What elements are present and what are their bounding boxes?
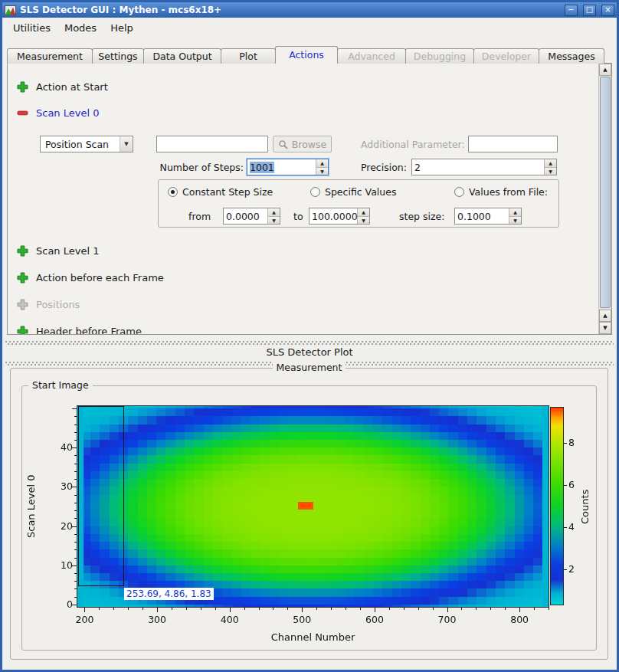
tab-settings[interactable]: Settings xyxy=(92,48,144,64)
maximize-button[interactable]: □ xyxy=(583,5,596,16)
browse-button: Browse xyxy=(273,136,332,152)
plus-icon[interactable] xyxy=(17,81,28,93)
plus-icon-disabled xyxy=(17,299,28,310)
minus-icon[interactable] xyxy=(17,107,28,119)
scroll-up-icon[interactable]: ▲ xyxy=(599,64,611,76)
colorbar-title: Counts xyxy=(579,406,591,607)
precision-spinbox[interactable]: 2 ▲ ▼ xyxy=(411,159,557,175)
plus-icon[interactable] xyxy=(17,326,28,336)
app-window: SLS Detector GUI : Mythen - mcs6x18+ − □… xyxy=(0,0,619,672)
vertical-scrollbar[interactable]: ▲ ▲ ▼ xyxy=(598,64,611,334)
radio-constant-step-size[interactable]: Constant Step Size xyxy=(168,186,273,198)
positions-row: Positions xyxy=(17,298,80,310)
browse-label: Browse xyxy=(292,139,327,150)
menu-modes[interactable]: Modes xyxy=(57,19,103,37)
titlebar[interactable]: SLS Detector GUI : Mythen - mcs6x18+ − □… xyxy=(2,2,617,18)
step-size-value: 0.1000 xyxy=(457,211,491,222)
app-window-body: SLS Detector GUI : Mythen - mcs6x18+ − □… xyxy=(2,2,617,670)
spin-up-icon[interactable]: ▲ xyxy=(545,159,556,167)
spin-up-icon[interactable]: ▲ xyxy=(509,208,521,216)
spin-down-icon[interactable]: ▼ xyxy=(316,167,328,175)
positions-label: Positions xyxy=(36,299,80,310)
spin-down-icon[interactable]: ▼ xyxy=(509,216,521,225)
from-label: from xyxy=(188,211,211,222)
number-of-steps-value: 1001 xyxy=(250,162,274,173)
tab-messages[interactable]: Messages xyxy=(539,48,604,64)
radio-unchecked-icon xyxy=(310,187,320,197)
plot-coordinates-tooltip: 253.69, 4.86, 1.83 xyxy=(124,588,214,600)
number-of-steps-spinbox[interactable]: 1001 ▲ ▼ xyxy=(247,159,329,175)
tab-plot[interactable]: Plot xyxy=(221,48,276,64)
spin-up-icon[interactable]: ▲ xyxy=(268,208,280,216)
window-title: SLS Detector GUI : Mythen - mcs6x18+ xyxy=(20,5,559,15)
spin-up-icon[interactable]: ▲ xyxy=(358,208,369,216)
from-value: 0.0000 xyxy=(226,211,260,222)
y-axis-title: Scan Level 0 xyxy=(25,406,37,607)
measurement-group-title: Measurement xyxy=(273,362,346,373)
precision-label: Precision: xyxy=(361,162,407,173)
tab-data-output[interactable]: Data Output xyxy=(143,48,221,64)
precision-value: 2 xyxy=(414,162,421,173)
splitter-handle[interactable] xyxy=(5,341,614,345)
spin-down-icon[interactable]: ▼ xyxy=(545,167,556,175)
to-value: 100.0000 xyxy=(312,211,357,222)
scan-type-combobox[interactable]: Position Scan ▼ xyxy=(40,136,133,152)
minimize-button[interactable]: − xyxy=(565,5,578,16)
chevron-down-icon[interactable]: ▼ xyxy=(120,136,133,152)
tab-advanced: Advanced xyxy=(337,48,406,64)
action-before-each-frame-label: Action before each Frame xyxy=(36,272,164,284)
scroll-up-icon[interactable]: ▲ xyxy=(599,310,611,322)
tab-debugging: Debugging xyxy=(405,48,474,64)
to-label: to xyxy=(293,211,303,222)
menu-help[interactable]: Help xyxy=(103,19,140,37)
tab-bar: Measurement Settings Data Output Plot Ac… xyxy=(7,46,612,64)
step-mode-groupbox: Constant Step Size Specific Values Value… xyxy=(158,179,559,228)
radio-label: Specific Values xyxy=(325,186,396,198)
menubar: Utilities Modes Help xyxy=(2,18,617,38)
tab-developer: Developer xyxy=(473,48,539,64)
tab-actions[interactable]: Actions xyxy=(275,46,338,64)
spin-down-icon[interactable]: ▼ xyxy=(268,216,280,225)
x-axis-title: Channel Number xyxy=(77,631,549,643)
scan-level-1-label: Scan Level 1 xyxy=(36,245,99,257)
radio-label: Values from File: xyxy=(469,186,548,198)
magnifier-icon xyxy=(278,139,288,149)
plot-dock-title: SLS Detector Plot xyxy=(2,346,617,358)
step-size-label: step size: xyxy=(399,211,444,222)
scroll-down-icon[interactable]: ▼ xyxy=(599,322,611,334)
number-of-steps-label: Number of Steps: xyxy=(155,162,244,173)
action-at-start-label: Action at Start xyxy=(36,81,108,93)
to-spinbox[interactable]: 100.0000 ▲ ▼ xyxy=(309,208,370,225)
header-before-frame-row: Header before Frame xyxy=(17,325,142,335)
scan-type-value: Position Scan xyxy=(41,139,120,150)
tab-measurement[interactable]: Measurement xyxy=(7,48,93,64)
radio-unchecked-icon xyxy=(454,187,464,197)
additional-parameter-input[interactable] xyxy=(468,136,558,152)
start-image-groupbox: Start Image 2003004005006007008000102030… xyxy=(21,385,597,651)
measurement-groupbox: Measurement Start Image 2003004005006007… xyxy=(10,368,608,660)
action-at-start-row: Action at Start xyxy=(17,80,108,93)
scan-script-input[interactable] xyxy=(156,136,268,152)
radio-values-from-file[interactable]: Values from File: xyxy=(454,186,548,198)
plus-icon[interactable] xyxy=(17,245,28,257)
actions-panel: Action at Start Scan Level 0 Position Sc… xyxy=(7,63,612,335)
header-before-frame-label: Header before Frame xyxy=(36,326,142,336)
radio-label: Constant Step Size xyxy=(182,186,273,198)
scrollbar-thumb[interactable] xyxy=(600,77,611,308)
app-icon xyxy=(5,5,16,15)
radio-checked-icon xyxy=(168,187,178,197)
menu-utilities[interactable]: Utilities xyxy=(6,19,57,37)
scan-level-0-row: Scan Level 0 xyxy=(17,107,99,119)
spin-up-icon[interactable]: ▲ xyxy=(316,159,328,167)
scan-level-0-label: Scan Level 0 xyxy=(36,107,99,119)
additional-parameter-label: Additional Parameter: xyxy=(361,139,465,150)
plus-icon[interactable] xyxy=(17,272,28,284)
from-spinbox[interactable]: 0.0000 ▲ ▼ xyxy=(223,208,280,225)
action-before-each-frame-row: Action before each Frame xyxy=(17,271,164,284)
close-button[interactable]: × xyxy=(601,5,614,16)
scan-level-1-row: Scan Level 1 xyxy=(17,244,99,257)
step-size-spinbox[interactable]: 0.1000 ▲ ▼ xyxy=(454,208,522,225)
heatmap-canvas[interactable] xyxy=(22,386,598,651)
radio-specific-values[interactable]: Specific Values xyxy=(310,186,396,198)
spin-down-icon[interactable]: ▼ xyxy=(358,216,369,225)
